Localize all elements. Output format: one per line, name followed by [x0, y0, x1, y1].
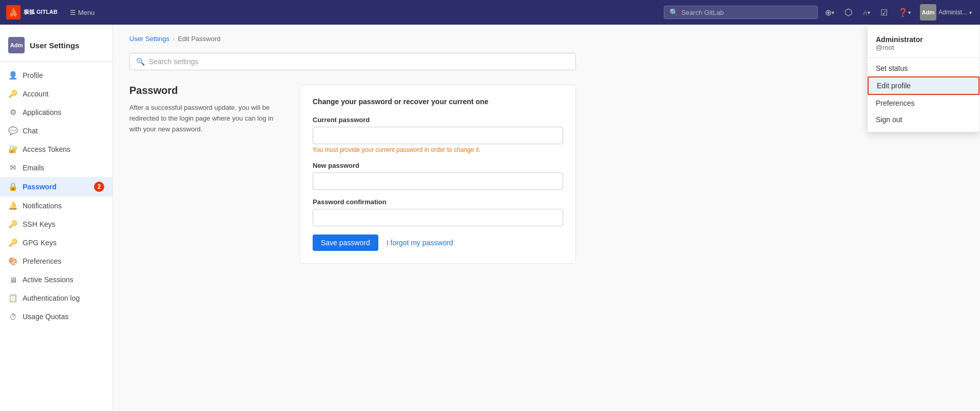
sidebar-item-password[interactable]: 🔒 Password 2 [0, 177, 112, 197]
sidebar-label-ssh-keys: SSH Keys [23, 220, 55, 228]
breadcrumb: User Settings › Edit Password [129, 35, 964, 43]
password-form: Change your password or recover your cur… [300, 85, 576, 264]
sidebar-item-profile[interactable]: 👤 Profile [0, 66, 112, 85]
todos-button[interactable]: ☑ [877, 5, 891, 21]
help-button[interactable]: ❓ ▾ [895, 5, 914, 21]
search-input[interactable] [681, 9, 812, 16]
password-icon: 🔒 [8, 182, 17, 191]
new-password-label: New password [313, 162, 563, 169]
dropdown-username: Administrator [876, 35, 971, 44]
sidebar-item-applications[interactable]: ⚙ Applications [0, 103, 112, 122]
sidebar-label-gpg-keys: GPG Keys [23, 239, 56, 247]
top-navigation: 极狐 GITLAB ☰ Menu 🔍 ⊕ ▾ ⬡ ⑃ ▾ ☑ ❓ ▾ Adm A… [0, 0, 980, 25]
sidebar-item-notifications[interactable]: 🔔 Notifications [0, 197, 112, 215]
sidebar-title: User Settings [30, 41, 80, 50]
menu-label: Menu [78, 9, 95, 16]
sidebar-label-access-tokens: Access Tokens [23, 145, 70, 153]
new-password-input[interactable] [313, 172, 563, 190]
todo-icon: ☑ [880, 8, 888, 17]
sidebar-item-account[interactable]: 🔑 Account [0, 85, 112, 103]
search-icon: 🔍 [669, 8, 678, 16]
authentication-log-icon: 📋 [8, 293, 17, 303]
access-tokens-icon: 🔐 [8, 145, 17, 154]
sidebar: Adm User Settings 👤 Profile 🔑 Account ⚙ … [0, 25, 113, 411]
preferences-icon: 🎨 [8, 257, 17, 266]
sidebar-item-active-sessions[interactable]: 🖥 Active Sessions [0, 270, 112, 289]
sidebar-label-usage-quotas: Usage Quotas [23, 312, 69, 321]
help-icon: ❓ [898, 8, 908, 17]
applications-icon: ⚙ [8, 108, 17, 117]
sidebar-label-emails: Emails [23, 164, 44, 172]
sidebar-item-gpg-keys[interactable]: 🔑 GPG Keys [0, 233, 112, 252]
usage-quotas-icon: ⏱ [8, 312, 17, 321]
app-logo[interactable]: 极狐 GITLAB [6, 5, 62, 19]
sidebar-label-authentication-log: Authentication log [23, 294, 80, 302]
sidebar-item-emails[interactable]: ✉ Emails [0, 159, 112, 177]
avatar-label: Administ... [938, 9, 967, 16]
sidebar-item-usage-quotas[interactable]: ⏱ Usage Quotas [0, 307, 112, 326]
password-content-grid: Password After a successful password upd… [129, 85, 576, 264]
sidebar-item-ssh-keys[interactable]: 🔑 SSH Keys [0, 215, 112, 233]
mr-dropdown-arrow: ▾ [868, 10, 870, 15]
form-actions: Save password I forgot my password [313, 234, 563, 251]
gpg-keys-icon: 🔑 [8, 238, 17, 247]
help-dropdown-arrow: ▾ [908, 10, 911, 15]
page-layout: Adm User Settings 👤 Profile 🔑 Account ⚙ … [0, 25, 980, 411]
merge-requests-button[interactable]: ⑃ ▾ [860, 5, 873, 20]
current-password-label: Current password [313, 116, 563, 124]
search-settings-icon: 🔍 [136, 57, 145, 66]
emails-icon: ✉ [8, 163, 17, 172]
current-password-group: Current password You must provide your c… [313, 116, 563, 153]
current-password-hint: You must provide your current password i… [313, 146, 563, 153]
settings-search-box[interactable]: 🔍 [129, 53, 576, 70]
sidebar-item-access-tokens[interactable]: 🔐 Access Tokens [0, 140, 112, 159]
notifications-icon: 🔔 [8, 201, 17, 210]
sidebar-avatar: Adm [8, 37, 25, 53]
breadcrumb-parent[interactable]: User Settings [129, 35, 169, 43]
sidebar-item-preferences[interactable]: 🎨 Preferences [0, 252, 112, 270]
search-settings-input[interactable] [149, 57, 569, 66]
sidebar-label-notifications: Notifications [23, 202, 62, 210]
menu-button[interactable]: ☰ Menu [66, 7, 99, 18]
sidebar-item-authentication-log[interactable]: 📋 Authentication log [0, 289, 112, 307]
sidebar-label-password: Password [23, 183, 56, 191]
current-password-input[interactable] [313, 127, 563, 144]
ssh-keys-icon: 🔑 [8, 220, 17, 229]
sidebar-header: Adm User Settings [0, 33, 112, 62]
snippets-button[interactable]: ⬡ [841, 4, 856, 21]
set-status-item[interactable]: Set status [868, 60, 979, 76]
dropdown-user-info: Administrator @root [868, 29, 979, 58]
chat-icon: 💬 [8, 126, 17, 135]
user-dropdown-menu: Administrator @root Set status Edit prof… [867, 25, 980, 132]
form-section-title: Change your password or recover your cur… [313, 97, 563, 106]
section-title: Password [129, 85, 283, 96]
password-confirmation-input[interactable] [313, 209, 563, 226]
sidebar-label-profile: Profile [23, 71, 43, 80]
account-icon: 🔑 [8, 89, 17, 99]
sidebar-label-account: Account [23, 90, 49, 98]
profile-icon: 👤 [8, 71, 17, 80]
main-content: User Settings › Edit Password 🔍 Password… [113, 25, 980, 411]
preferences-item[interactable]: Preferences [868, 95, 979, 111]
avatar-initials: Adm [922, 9, 934, 15]
user-menu-button[interactable]: Adm Administ... ▾ [918, 2, 974, 23]
password-confirmation-group: Password confirmation [313, 198, 563, 226]
global-search[interactable]: 🔍 [664, 6, 818, 19]
hamburger-icon: ☰ [70, 9, 76, 16]
sign-out-item[interactable]: Sign out [868, 111, 979, 128]
sidebar-item-chat[interactable]: 💬 Chat [0, 122, 112, 140]
create-button[interactable]: ⊕ ▾ [822, 5, 837, 21]
step2-badge: 2 [94, 182, 104, 192]
plus-icon: ⊕ [825, 8, 832, 17]
edit-profile-item[interactable]: Edit profile [868, 76, 979, 95]
sidebar-label-applications: Applications [23, 108, 62, 116]
save-password-button[interactable]: Save password [313, 234, 378, 251]
section-info: Password After a successful password upd… [129, 85, 283, 264]
dropdown-handle: @root [876, 44, 971, 51]
new-password-group: New password [313, 162, 563, 190]
section-description: After a successful password update, you … [129, 103, 283, 134]
fox-logo-icon [6, 5, 21, 19]
forgot-password-link[interactable]: I forgot my password [387, 239, 453, 247]
password-confirmation-label: Password confirmation [313, 198, 563, 206]
sidebar-label-active-sessions: Active Sessions [23, 276, 73, 284]
